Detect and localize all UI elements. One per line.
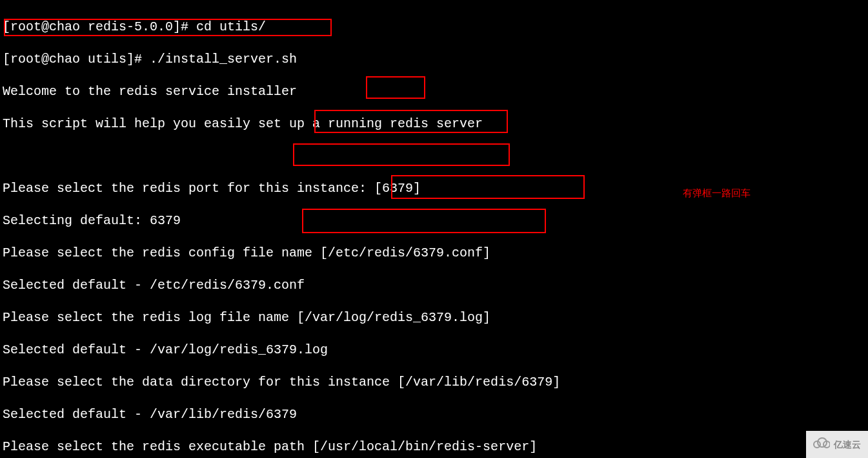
terminal-line: Please select the redis executable path … (3, 439, 865, 455)
cloud-icon (813, 437, 830, 453)
terminal-line: Welcome to the redis service installer (3, 83, 865, 99)
watermark: 亿速云 (806, 431, 868, 458)
terminal-line: [root@chao redis-5.0.0]# cd utils/ (3, 19, 865, 35)
terminal-line: Selecting default: 6379 (3, 213, 865, 229)
terminal-line: [root@chao utils]# ./install_server.sh (3, 51, 865, 67)
terminal-output[interactable]: [root@chao redis-5.0.0]# cd utils/ [root… (0, 0, 868, 458)
terminal-line: Please select the data directory for thi… (3, 374, 865, 390)
terminal-line: Please select the redis log file name [/… (3, 309, 865, 326)
terminal-line: This script will help you easily set up … (3, 116, 865, 132)
terminal-line: Selected default - /var/log/redis_6379.l… (3, 342, 865, 358)
terminal-line: Selected default - /etc/redis/6379.conf (3, 277, 865, 293)
annotation-text: 有弹框一路回车 (683, 185, 751, 201)
terminal-line: Selected default - /var/lib/redis/6379 (3, 406, 865, 422)
terminal-line: Please select the redis config file name… (3, 245, 865, 261)
watermark-text: 亿速云 (834, 437, 861, 453)
terminal-line (3, 148, 865, 164)
